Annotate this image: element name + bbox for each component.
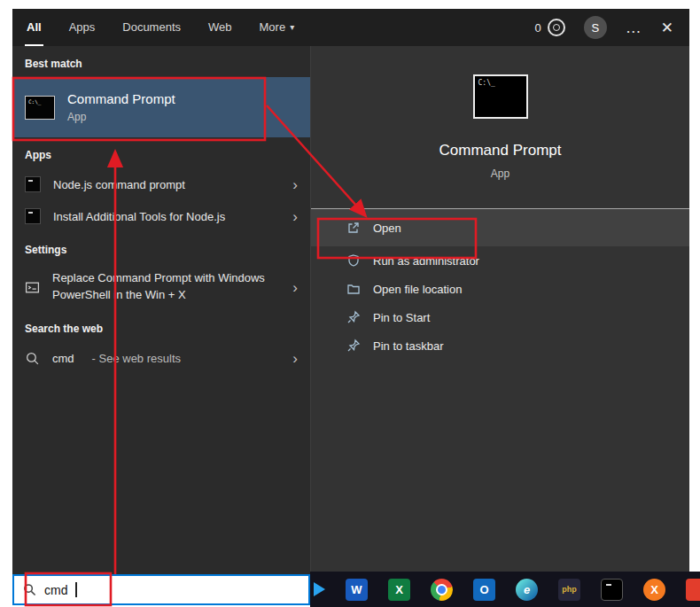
tab-documents[interactable]: Documents — [121, 9, 183, 46]
folder-icon — [346, 282, 361, 296]
result-title: Replace Command Prompt with Windows Powe… — [52, 270, 272, 304]
open-icon — [346, 221, 361, 235]
cmd-glyph: C:\_ — [478, 79, 495, 87]
tab-web[interactable]: Web — [206, 9, 234, 46]
preview-panel: C:\_ Command Prompt App Open Run as admi… — [310, 46, 689, 572]
chrome-icon-inner — [436, 584, 447, 595]
chrome-icon-core — [438, 586, 446, 594]
result-replace-cmd-setting[interactable]: Replace Command Prompt with Windows Powe… — [12, 263, 310, 311]
header-right: 0 S … ✕ — [535, 9, 689, 46]
command-prompt-icon-large: C:\_ — [473, 74, 528, 119]
chevron-down-icon: ▾ — [290, 22, 294, 32]
search-header: All Apps Documents Web More ▾ 0 S … ✕ — [12, 9, 689, 46]
excel-icon[interactable]: X — [388, 579, 410, 601]
action-label: Pin to taskbar — [373, 339, 444, 353]
settings-section-label: Settings — [12, 232, 310, 263]
chevron-right-icon[interactable]: › — [292, 177, 298, 192]
word-icon[interactable]: W — [346, 579, 368, 601]
chevron-right-icon[interactable]: › — [292, 209, 298, 224]
screenshot-canvas: All Apps Documents Web More ▾ 0 S … ✕ Be… — [0, 0, 700, 607]
action-label: Run as administrator — [373, 254, 479, 268]
close-icon[interactable]: ✕ — [661, 19, 673, 37]
tab-more-label: More — [260, 20, 286, 34]
settings-window-icon — [25, 280, 40, 295]
preview-subtitle: App — [311, 167, 689, 180]
action-pin-to-start[interactable]: Pin to Start — [311, 303, 689, 331]
xampp-icon[interactable]: X — [643, 579, 665, 601]
preview-title: Command Prompt — [311, 142, 689, 160]
show-hidden-icons-icon[interactable] — [314, 582, 325, 596]
result-title: Node.js command prompt — [53, 178, 185, 191]
outlook-icon[interactable]: O — [473, 579, 495, 601]
action-pin-to-taskbar[interactable]: Pin to taskbar — [311, 331, 689, 360]
search-input-value: cmd — [44, 583, 67, 597]
best-match-subtitle: App — [67, 111, 175, 123]
result-web-search[interactable]: cmd - See web results › — [12, 342, 310, 374]
tab-apps[interactable]: Apps — [67, 9, 97, 46]
search-icon — [23, 583, 36, 596]
avatar[interactable]: S — [584, 16, 607, 39]
best-match-item[interactable]: C:\_ Command Prompt App — [12, 77, 310, 137]
search-input[interactable]: cmd — [12, 574, 310, 605]
preview-hero: C:\_ Command Prompt App — [311, 74, 689, 180]
search-icon — [25, 351, 40, 366]
chevron-right-icon[interactable]: › — [292, 280, 298, 295]
web-section-label: Search the web — [12, 311, 310, 342]
best-match-label: Best match — [12, 46, 310, 77]
shield-icon — [346, 253, 361, 268]
pin-icon — [346, 310, 361, 324]
action-label: Open file location — [373, 283, 462, 296]
web-query: cmd — [52, 352, 74, 365]
cmd-glyph: C:\_ — [28, 98, 41, 105]
rewards-count: 0 — [535, 21, 541, 35]
pin-icon — [346, 339, 361, 353]
filter-tabs: All Apps Documents Web More ▾ — [25, 9, 296, 46]
action-open[interactable]: Open — [311, 209, 689, 246]
action-label: Pin to Start — [373, 311, 430, 324]
command-prompt-taskbar-icon[interactable] — [601, 579, 623, 601]
edge-icon[interactable]: e — [516, 579, 538, 601]
result-title: Install Additional Tools for Node.js — [53, 210, 225, 223]
tab-all[interactable]: All — [25, 9, 43, 46]
chevron-right-icon[interactable]: › — [292, 351, 298, 366]
more-options-icon[interactable]: … — [626, 23, 642, 32]
action-open-file-location[interactable]: Open file location — [311, 275, 689, 303]
php-icon[interactable]: php — [558, 579, 580, 601]
tab-more[interactable]: More ▾ — [258, 9, 297, 46]
apps-section-label: Apps — [12, 137, 310, 168]
best-match-text: Command Prompt App — [67, 91, 175, 123]
terminal-icon — [25, 208, 41, 224]
terminal-icon — [25, 176, 41, 192]
best-match-title: Command Prompt — [67, 91, 175, 106]
rewards-indicator[interactable]: 0 — [535, 19, 565, 36]
web-suffix: - See web results — [92, 352, 181, 365]
result-nodejs-command-prompt[interactable]: Node.js command prompt › — [12, 168, 310, 200]
text-caret — [75, 582, 77, 597]
action-label: Open — [373, 222, 401, 235]
rewards-icon — [548, 19, 565, 36]
chrome-icon[interactable] — [431, 579, 453, 601]
result-install-node-tools[interactable]: Install Additional Tools for Node.js › — [12, 200, 310, 232]
partial-app-icon[interactable] — [686, 579, 700, 601]
command-prompt-icon: C:\_ — [25, 96, 55, 120]
search-results-panel: Best match C:\_ Command Prompt App Apps … — [12, 46, 310, 574]
action-run-as-administrator[interactable]: Run as administrator — [311, 246, 689, 275]
taskbar: W X O e php X — [310, 572, 700, 607]
